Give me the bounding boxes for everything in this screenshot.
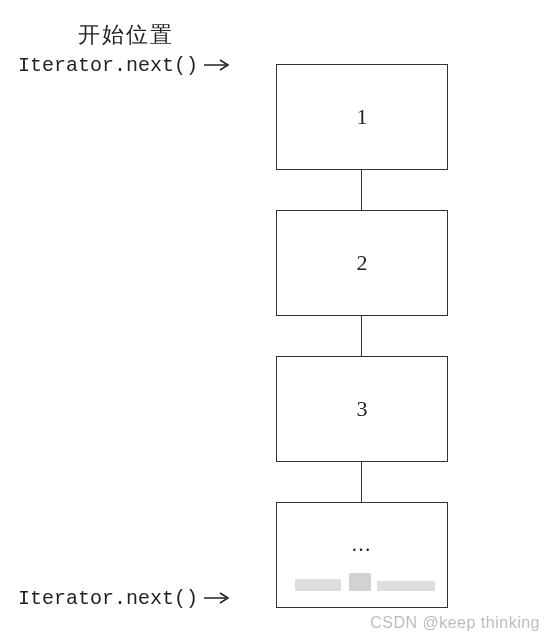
- ellipsis-content: …: [277, 503, 447, 607]
- smudge-artifact: [349, 573, 371, 591]
- connector-line: [361, 170, 362, 210]
- iterator-next-bottom-text: Iterator.next(): [18, 587, 198, 610]
- iterator-next-bottom: Iterator.next(): [18, 587, 234, 610]
- node-value: 2: [357, 250, 368, 276]
- watermark-text: CSDN @keep thinking: [370, 614, 540, 632]
- node-box-2: 2: [276, 210, 448, 316]
- connector-line: [361, 316, 362, 356]
- node-value: 3: [357, 396, 368, 422]
- connector-line: [361, 462, 362, 502]
- iterator-next-top: Iterator.next(): [18, 54, 234, 77]
- iterator-next-top-text: Iterator.next(): [18, 54, 198, 77]
- start-label-group: 开始位置 Iterator.next(): [18, 20, 234, 77]
- iterator-diagram: 开始位置 Iterator.next() 1 2 3 …: [0, 0, 558, 638]
- node-box-1: 1: [276, 64, 448, 170]
- node-value: 1: [357, 104, 368, 130]
- arrow-right-icon: [204, 58, 234, 76]
- arrow-right-icon: [204, 591, 234, 609]
- smudge-artifact: [295, 579, 341, 591]
- node-value: …: [351, 533, 373, 556]
- node-box-3: 3: [276, 356, 448, 462]
- node-box-ellipsis: …: [276, 502, 448, 608]
- start-position-title: 开始位置: [18, 20, 234, 50]
- smudge-artifact: [377, 581, 435, 591]
